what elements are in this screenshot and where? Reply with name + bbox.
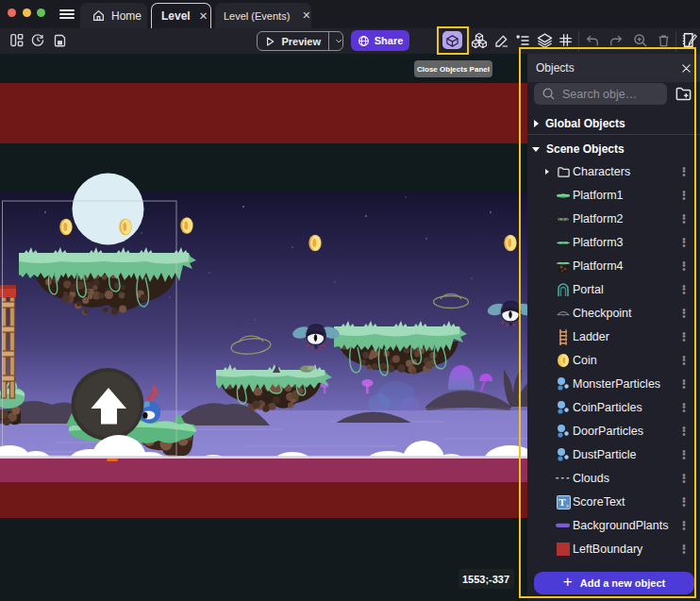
svg-text:x: x [566,502,569,508]
svg-text:1553;-337: 1553;-337 [462,574,509,585]
